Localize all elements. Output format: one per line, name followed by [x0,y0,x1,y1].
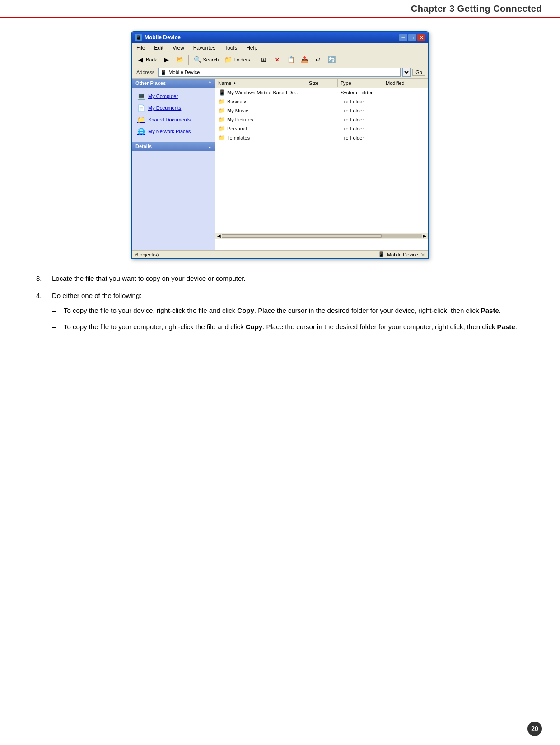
file-list-body: 📱 My Windows Mobile-Based De… System Fol… [215,88,428,233]
file-name: Personal [227,126,247,131]
scroll-right-icon[interactable]: ▶ [423,233,426,238]
table-row[interactable]: 📁 Personal File Folder [215,124,428,133]
file-icon: 📁 [218,107,225,114]
file-modified [383,134,428,142]
close-button[interactable]: ✕ [417,34,425,41]
forward-icon: ▶ [162,56,170,64]
sidebar-item-my-computer[interactable]: 💻 My Computer [134,90,213,102]
table-row[interactable]: 📁 Business File Folder [215,97,428,106]
other-places-chevron: ⌃ [208,81,211,86]
title-bar-left: 📱 Mobile Device [135,34,181,41]
sidebar-item-my-documents[interactable]: 📄 My Documents [134,102,213,114]
chapter-label: Chapter 3 [411,4,455,14]
instructions: 3. Locate the file that you want to copy… [36,273,524,337]
file-modified [383,116,428,124]
file-modified [383,107,428,115]
sub-text-1: To copy the file to your device, right-c… [64,305,501,317]
file-icon: 📁 [218,125,225,132]
documents-icon: 📄 [136,103,145,112]
minimize-button[interactable]: ─ [399,34,407,41]
horizontal-scrollbar[interactable] [222,234,422,238]
maximize-button[interactable]: □ [408,34,416,41]
menu-file[interactable]: File [135,44,147,52]
folders-button[interactable]: 📁 Folders [222,55,252,65]
undo-icon: ↩ [314,56,322,64]
sidebar-item-shared-documents[interactable]: 📁 Shared Documents [134,114,213,126]
status-bar: 6 object(s) 📱 Mobile Device ⇲ [132,250,428,258]
address-field[interactable]: 📱 Mobile Device [158,68,401,77]
copy-button[interactable]: 📋 [285,55,297,65]
file-modified [383,125,428,133]
file-type: System Folder [338,88,383,97]
menu-help[interactable]: Help [244,44,259,52]
shared-documents-label: Shared Documents [148,117,191,122]
other-places-header[interactable]: Other Places ⌃ [132,79,215,88]
list-item-3: 3. Locate the file that you want to copy… [36,273,524,284]
undo-button[interactable]: ↩ [312,55,324,65]
menu-tools[interactable]: Tools [223,44,239,52]
menu-bar: File Edit View Favorites Tools Help [132,43,428,53]
file-name: Business [227,99,247,104]
file-size [306,88,338,97]
go-button[interactable]: Go [412,69,425,76]
details-section: Details ⌄ [132,142,215,151]
col-name[interactable]: Name ▲ [215,79,306,87]
search-button[interactable]: 🔍 Search [191,55,220,65]
view-icon: ⊞ [260,56,268,64]
my-documents-label: My Documents [148,105,181,111]
sub-item-2: – To copy the file to your computer, rig… [52,321,517,333]
sync-button[interactable]: 🔄 [326,55,337,65]
computer-icon: 💻 [136,92,145,101]
step-4-content: Do either one of the following: – To cop… [52,290,517,337]
file-type: File Folder [338,116,383,124]
file-icon: 📁 [218,134,225,141]
shared-docs-icon: 📁 [136,115,145,124]
scroll-left-icon[interactable]: ◀ [217,233,221,238]
details-header[interactable]: Details ⌄ [132,142,215,151]
my-computer-label: My Computer [148,93,178,99]
table-row[interactable]: 📁 Templates File Folder [215,133,428,142]
sync-icon: 🔄 [327,56,336,64]
toolbar-sep-1 [188,55,189,65]
scrollbar-thumb [222,234,382,238]
right-panel: Name ▲ Size Type Modified [215,79,428,250]
other-places-content: 💻 My Computer 📄 My Documents 📁 Shared Do… [132,88,215,140]
file-name: My Music [227,108,248,113]
other-places-title: Other Places [135,80,166,86]
sidebar-item-my-network[interactable]: 🌐 My Network Places [134,126,213,137]
menu-edit[interactable]: Edit [152,44,165,52]
col-modified[interactable]: Modified [383,79,428,87]
table-row[interactable]: 📱 My Windows Mobile-Based De… System Fol… [215,88,428,97]
file-size [306,98,338,106]
status-resize-icon[interactable]: ⇲ [421,252,425,257]
step-4-num: 4. [36,290,47,337]
file-type: File Folder [338,98,383,106]
col-size[interactable]: Size [306,79,338,87]
table-row[interactable]: 📁 My Music File Folder [215,106,428,115]
sub-dash-2: – [52,321,60,333]
copy-bold-2: Copy [246,323,263,331]
chapter-title: Chapter 3 Getting Connected [411,4,542,14]
menu-view[interactable]: View [171,44,186,52]
view-button[interactable]: ⊞ [258,55,270,65]
col-type[interactable]: Type [338,79,383,87]
file-icon: 📱 [218,89,225,96]
up-button[interactable]: 📂 [174,55,186,65]
copy-bold-1: Copy [237,307,254,314]
file-modified [383,98,428,106]
back-button[interactable]: ◀ Back [135,55,159,65]
back-icon: ◀ [136,56,145,64]
menu-favorites[interactable]: Favorites [191,44,217,52]
search-icon: 🔍 [193,56,201,64]
move-button[interactable]: 📤 [299,55,310,65]
status-device-icon: 📱 [378,251,384,257]
table-row[interactable]: 📁 My Pictures File Folder [215,115,428,124]
forward-button[interactable]: ▶ [160,55,172,65]
status-objects: 6 object(s) [135,252,159,257]
chapter-title-text: Getting Connected [455,4,542,14]
step-4-text: Do either one of the following: [52,292,141,299]
address-dropdown[interactable] [402,68,411,77]
toolbar: ◀ Back ▶ 📂 🔍 Search 📁 Folders ⊞ [132,53,428,66]
file-name: Templates [227,135,250,140]
delete-button[interactable]: ✕ [271,55,283,65]
